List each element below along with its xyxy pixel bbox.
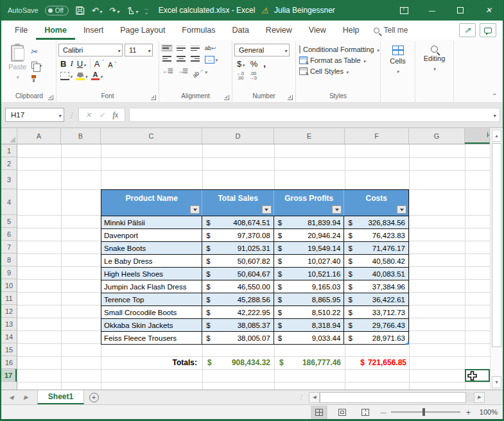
profits-cell[interactable]: $9,165.03 (274, 280, 345, 293)
name-box[interactable]: H17 (5, 108, 64, 122)
minimize-button[interactable] (418, 0, 446, 21)
zoom-percentage[interactable]: 100% (477, 408, 498, 416)
row-header-8[interactable]: 8 (1, 253, 17, 266)
product-name-cell[interactable]: Feiss Fleece Trousers (101, 331, 202, 344)
scroll-right-button[interactable] (474, 392, 485, 403)
filter-button[interactable] (332, 205, 342, 214)
row-header-10[interactable]: 10 (1, 279, 17, 292)
cells-button[interactable]: Cells (383, 42, 413, 102)
comma-style-button[interactable]: , (263, 59, 266, 69)
row-header-11[interactable]: 11 (1, 292, 17, 305)
tab-scroll-splitter[interactable] (298, 390, 309, 404)
column-header-g[interactable]: G (409, 128, 465, 144)
column-header-f[interactable]: F (345, 128, 409, 144)
close-button[interactable] (474, 0, 503, 21)
zoom-slider-thumb[interactable] (422, 408, 425, 416)
tab-page-layout[interactable]: Page Layout (112, 21, 173, 40)
column-header-e[interactable]: E (274, 128, 345, 144)
row-header-1[interactable]: 1 (1, 144, 17, 157)
underline-button[interactable]: U (77, 59, 86, 69)
row-header-15[interactable]: 15 (1, 343, 17, 356)
row-header-4[interactable]: 4 (1, 189, 17, 215)
costs-cell[interactable]: $37,384.96 (344, 280, 408, 293)
column-header-a[interactable]: A (17, 128, 61, 144)
row-header-12[interactable]: 12 (1, 305, 17, 318)
filter-button[interactable] (397, 205, 406, 214)
align-left-button[interactable] (162, 56, 171, 62)
vertical-scrollbar[interactable] (490, 128, 503, 390)
tab-home[interactable]: Home (36, 21, 75, 40)
undo-button[interactable] (91, 6, 102, 15)
normal-view-button[interactable] (311, 406, 327, 419)
table-resize-handle[interactable] (406, 341, 409, 345)
row-header-5[interactable]: 5 (1, 215, 17, 228)
align-center-button[interactable] (177, 56, 186, 62)
profits-cell[interactable]: $20,946.24 (274, 228, 345, 241)
align-right-button[interactable] (191, 56, 200, 62)
column-header-d[interactable]: D (202, 128, 274, 144)
tab-data[interactable]: Data (223, 21, 257, 40)
row-header-2[interactable]: 2 (1, 157, 17, 170)
ribbon-display-options-button[interactable] (390, 0, 418, 21)
expand-formula-bar-icon[interactable] (493, 110, 496, 119)
bottom-align-button[interactable] (191, 46, 200, 51)
row-header-13[interactable]: 13 (1, 318, 17, 331)
row-header-3[interactable]: 3 (1, 170, 17, 189)
product-name-cell[interactable]: High Heels Shoes (101, 267, 202, 280)
profits-cell[interactable]: $8,865.95 (274, 293, 345, 305)
product-name-cell[interactable]: Okkaba Skin Jackets (101, 318, 202, 331)
scroll-down-button[interactable] (492, 376, 501, 388)
product-name-cell[interactable]: Terence Top (101, 293, 202, 305)
profits-cell[interactable]: $10,521.16 (274, 267, 345, 280)
profits-cell[interactable]: $8,510.22 (274, 305, 345, 318)
filter-button[interactable] (262, 205, 272, 214)
sales-cell[interactable]: $408,674.51 (202, 216, 274, 228)
increase-indent-button[interactable] (177, 67, 187, 74)
editing-button[interactable]: Editing (417, 42, 451, 102)
totals-costs-cell[interactable]: $721,656.85 (345, 356, 409, 369)
costs-cell[interactable]: $71,476.17 (344, 241, 408, 254)
shrink-font-button[interactable]: A⌄ (108, 59, 117, 69)
touch-mouse-mode-button[interactable] (126, 6, 138, 15)
costs-cell[interactable]: $40,580.42 (344, 254, 408, 267)
row-header-9[interactable]: 9 (1, 266, 17, 279)
sales-cell[interactable]: $46,550.00 (202, 280, 274, 293)
sales-cell[interactable]: $91,025.31 (202, 241, 274, 254)
row-header-7[interactable]: 7 (1, 241, 17, 253)
page-break-view-button[interactable] (357, 406, 374, 419)
orientation-button[interactable]: ab (192, 66, 207, 76)
sales-cell[interactable]: $50,607.82 (202, 254, 274, 267)
number-format-select[interactable]: General (234, 44, 290, 56)
share-button[interactable] (459, 23, 476, 37)
paste-button[interactable]: Paste (4, 42, 30, 91)
scroll-left-button[interactable] (309, 392, 320, 403)
font-color-button[interactable]: A (91, 71, 103, 80)
horizontal-scroll-thumb[interactable] (320, 392, 466, 403)
column-header-c[interactable]: C (101, 128, 202, 144)
accounting-format-button[interactable]: $ (237, 59, 245, 69)
format-as-table-button[interactable]: Format as Table (299, 56, 378, 64)
select-all-button[interactable] (1, 128, 17, 144)
autosave-toggle[interactable]: Off (45, 6, 69, 15)
borders-button[interactable] (60, 71, 73, 80)
costs-cell[interactable]: $36,422.61 (344, 293, 408, 305)
sales-cell[interactable]: $45,288.56 (202, 293, 274, 305)
filter-button[interactable] (190, 205, 200, 214)
vertical-scroll-thumb[interactable] (492, 143, 501, 347)
wrap-text-button[interactable]: ab (205, 45, 216, 51)
totals-label-cell[interactable]: Totals: (101, 356, 202, 369)
conditional-formatting-button[interactable]: Conditional Formatting (299, 46, 378, 53)
comments-button[interactable] (480, 23, 496, 37)
zoom-out-button[interactable] (380, 408, 386, 417)
merge-center-button[interactable] (205, 54, 218, 64)
costs-cell[interactable]: $33,712.73 (344, 305, 408, 318)
tell-me-search[interactable]: Tell me (374, 26, 408, 35)
scroll-up-button[interactable] (492, 130, 501, 142)
font-name-select[interactable]: Calibri (58, 44, 123, 56)
cut-button[interactable] (30, 46, 42, 56)
percent-style-button[interactable]: % (250, 59, 258, 69)
profits-cell[interactable]: $81,839.94 (274, 216, 345, 228)
bold-button[interactable]: B (60, 59, 66, 69)
product-name-cell[interactable]: Small Crocodile Boots (101, 305, 202, 318)
header-product-name[interactable]: Product Name (101, 190, 202, 216)
